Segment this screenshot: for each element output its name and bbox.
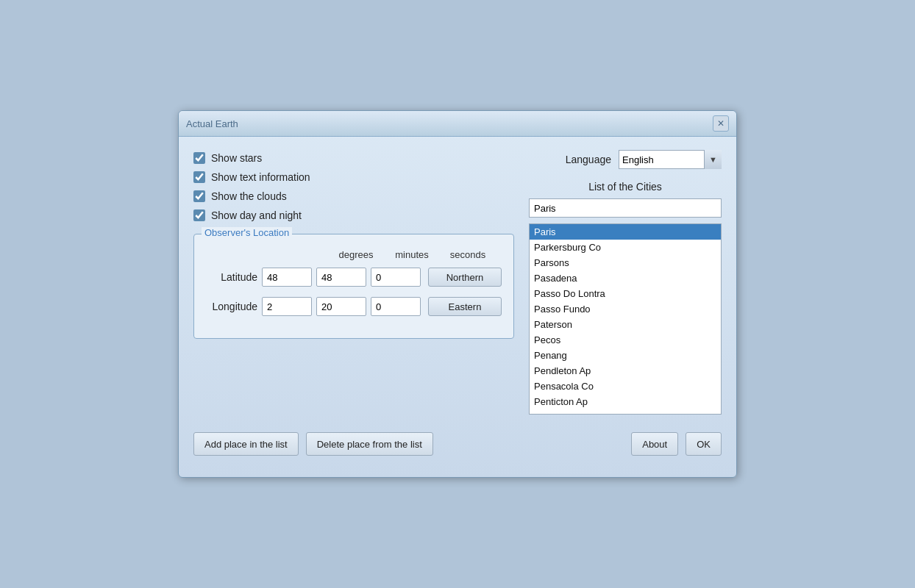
cities-search-input[interactable] [529, 198, 722, 218]
col-degrees: degrees [330, 249, 382, 260]
show-daynight-label: Show day and night [211, 209, 302, 221]
list-item[interactable]: Penang [530, 348, 721, 363]
show-stars-label: Show stars [211, 152, 262, 164]
latitude-label: Latitude [206, 271, 257, 283]
add-place-button[interactable]: Add place in the list [193, 432, 299, 456]
close-button[interactable]: ✕ [713, 115, 729, 132]
dialog-title: Actual Earth [186, 118, 238, 129]
longitude-direction-button[interactable]: Eastern [428, 297, 502, 316]
left-panel: Show stars Show text information Show th… [193, 150, 514, 415]
list-item[interactable]: Penticton Ap [530, 394, 721, 409]
list-item[interactable]: Parsons [530, 255, 721, 270]
language-row: Language English French German Spanish I… [529, 150, 722, 169]
list-item[interactable]: Passo Do Lontra [530, 286, 721, 301]
longitude-minutes-input[interactable] [316, 297, 366, 316]
longitude-seconds-input[interactable] [371, 297, 421, 316]
content-area: Show stars Show text information Show th… [179, 137, 736, 425]
show-clouds-row: Show the clouds [193, 188, 514, 204]
language-select-wrapper: English French German Spanish Italian ▼ [619, 150, 722, 169]
list-item[interactable]: Pecos [530, 332, 721, 348]
show-stars-checkbox[interactable] [193, 152, 205, 164]
show-clouds-label: Show the clouds [211, 190, 287, 202]
show-text-label: Show text information [211, 171, 310, 183]
delete-place-button[interactable]: Delete place from the list [306, 432, 433, 456]
list-item[interactable]: Paris [530, 224, 721, 240]
list-item[interactable]: Parkersburg Co [530, 240, 721, 255]
show-clouds-checkbox[interactable] [193, 190, 205, 202]
latitude-direction-button[interactable]: Northern [428, 268, 502, 287]
latitude-seconds-input[interactable] [371, 268, 421, 287]
observer-legend: Observer's Location [202, 227, 292, 238]
show-text-checkbox[interactable] [193, 171, 205, 183]
list-item[interactable]: Passo Fundo [530, 301, 721, 317]
ok-button[interactable]: OK [686, 432, 722, 456]
longitude-row: Longitude Eastern [206, 297, 502, 316]
language-select[interactable]: English French German Spanish Italian [619, 150, 722, 169]
dialog-window: Actual Earth ✕ Show stars Show text info… [178, 110, 737, 478]
right-panel: Language English French German Spanish I… [529, 150, 722, 415]
latitude-row: Latitude Northern [206, 268, 502, 287]
footer: Add place in the list Delete place from … [179, 425, 736, 466]
col-minutes: minutes [385, 249, 438, 260]
list-item[interactable]: Pasadena [530, 270, 721, 286]
list-item[interactable]: Pendleton Ap [530, 363, 721, 379]
observer-location-box: Observer's Location degrees minutes seco… [193, 234, 514, 339]
longitude-degrees-input[interactable] [262, 297, 312, 316]
list-item[interactable]: Pensacola Co [530, 379, 721, 394]
latitude-minutes-input[interactable] [316, 268, 366, 287]
language-label: Language [566, 154, 611, 165]
titlebar: Actual Earth ✕ [179, 111, 736, 137]
about-button[interactable]: About [631, 432, 678, 456]
cities-title: List of the Cities [529, 181, 722, 193]
latitude-degrees-input[interactable] [262, 268, 312, 287]
show-text-row: Show text information [193, 169, 514, 185]
list-item[interactable]: Paterson [530, 317, 721, 332]
show-daynight-row: Show day and night [193, 207, 514, 223]
cities-list[interactable]: ParisParkersburg CoParsonsPasadenaPasso … [529, 223, 722, 415]
col-seconds: seconds [441, 249, 494, 260]
coord-header: degrees minutes seconds [206, 249, 502, 260]
show-daynight-checkbox[interactable] [193, 209, 205, 221]
show-stars-row: Show stars [193, 150, 514, 166]
longitude-label: Longitude [206, 301, 257, 312]
close-icon: ✕ [717, 118, 724, 129]
